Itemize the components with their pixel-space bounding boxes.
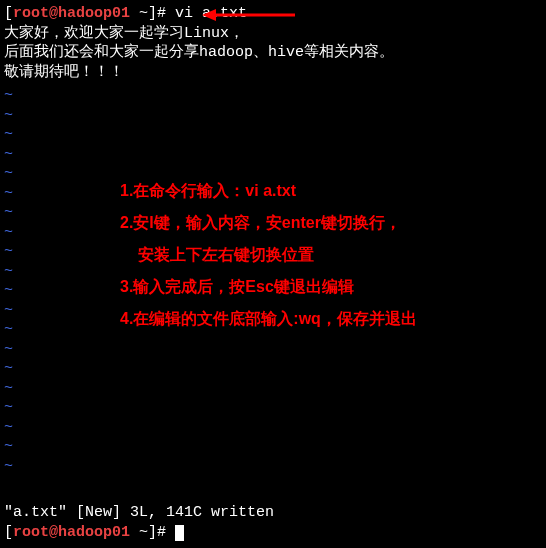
annotation-line-3: 安装上下左右键切换位置 xyxy=(120,239,417,271)
content-line-3: 敬请期待吧！！！ xyxy=(4,63,542,83)
svg-marker-1 xyxy=(202,9,216,21)
content-line-2: 后面我们还会和大家一起分享hadoop、hive等相关内容。 xyxy=(4,43,542,63)
annotation-line-2: 2.安I键，输入内容，安enter键切换行， xyxy=(120,207,417,239)
vi-tilde: ~ xyxy=(4,125,542,145)
vi-tilde: ~ xyxy=(4,86,542,106)
prompt-path: ~ xyxy=(130,524,148,541)
prompt-close: ]# xyxy=(148,524,175,541)
annotation-arrow-icon xyxy=(200,6,300,24)
terminal-bottom: "a.txt" [New] 3L, 141C written [root@had… xyxy=(4,501,274,542)
prompt-path: ~ xyxy=(130,5,148,22)
prompt-user: root@hadoop01 xyxy=(13,5,130,22)
annotation-overlay: 1.在命令行输入：vi a.txt 2.安I键，输入内容，安enter键切换行，… xyxy=(120,175,417,335)
vi-tilde: ~ xyxy=(4,418,542,438)
vi-tilde: ~ xyxy=(4,106,542,126)
vi-tilde: ~ xyxy=(4,437,542,457)
cursor xyxy=(175,525,184,541)
annotation-line-4: 3.输入完成后，按Esc键退出编辑 xyxy=(120,271,417,303)
vi-tilde: ~ xyxy=(4,398,542,418)
vi-status-line: "a.txt" [New] 3L, 141C written xyxy=(4,503,274,523)
file-content: 大家好，欢迎大家一起学习Linux， 后面我们还会和大家一起分享hadoop、h… xyxy=(4,24,542,83)
vi-tilde: ~ xyxy=(4,457,542,477)
prompt-user: root@hadoop01 xyxy=(13,524,130,541)
vi-tilde: ~ xyxy=(4,340,542,360)
content-line-1: 大家好，欢迎大家一起学习Linux， xyxy=(4,24,542,44)
vi-tilde: ~ xyxy=(4,145,542,165)
prompt-open: [ xyxy=(4,524,13,541)
prompt-line-2: [root@hadoop01 ~]# xyxy=(4,523,274,543)
prompt-open: [ xyxy=(4,5,13,22)
vi-tilde: ~ xyxy=(4,379,542,399)
prompt-close: ]# xyxy=(148,5,175,22)
vi-tilde: ~ xyxy=(4,359,542,379)
annotation-line-5: 4.在编辑的文件底部输入:wq，保存并退出 xyxy=(120,303,417,335)
annotation-line-1: 1.在命令行输入：vi a.txt xyxy=(120,175,417,207)
